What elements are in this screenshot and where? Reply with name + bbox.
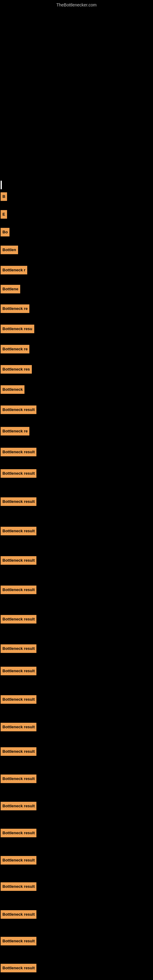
bottleneck-result-21: Bottleneck result	[1, 644, 37, 653]
site-title: TheBottlenecker.com	[56, 2, 97, 7]
bottleneck-result-7: Bottleneck re	[1, 304, 29, 313]
bottleneck-result-19: Bottleneck result	[1, 585, 37, 594]
bottleneck-result-3: Bo	[1, 228, 10, 236]
bottleneck-result-33: Bottleneck result	[1, 964, 37, 972]
bottleneck-result-22: Bottleneck result	[1, 667, 37, 675]
bottleneck-result-16: Bottleneck result	[1, 497, 37, 506]
bottleneck-result-17: Bottleneck result	[1, 527, 37, 535]
bottleneck-result-31: Bottleneck result	[1, 910, 37, 919]
bottleneck-result-24: Bottleneck result	[1, 723, 37, 731]
bottleneck-result-29: Bottleneck result	[1, 856, 37, 865]
bottleneck-result-11: Bottleneck	[1, 385, 24, 394]
bottleneck-result-9: Bottleneck re	[1, 345, 29, 353]
bottleneck-result-15: Bottleneck result	[1, 469, 37, 478]
bottleneck-result-32: Bottleneck result	[1, 937, 37, 945]
bottleneck-result-6: Bottlene	[1, 285, 20, 293]
bottleneck-result-5: Bottleneck r	[1, 266, 27, 274]
bottleneck-result-8: Bottleneck resu	[1, 325, 34, 333]
bottleneck-result-27: Bottleneck result	[1, 802, 37, 810]
bottleneck-result-18: Bottleneck result	[1, 556, 37, 565]
bottleneck-result-30: Bottleneck result	[1, 882, 37, 891]
bottleneck-result-23: Bottleneck result	[1, 695, 37, 704]
bottleneck-result-4: Bottlen	[1, 246, 18, 254]
bottleneck-result-12: Bottleneck result	[1, 406, 37, 414]
bottleneck-result-1: B	[1, 192, 7, 201]
bottleneck-result-26: Bottleneck result	[1, 775, 37, 783]
bottleneck-result-13: Bottleneck re	[1, 427, 29, 436]
bottleneck-result-20: Bottleneck result	[1, 615, 37, 624]
bottleneck-result-2: E	[1, 210, 7, 219]
bottleneck-result-10: Bottleneck res	[1, 365, 32, 374]
bottleneck-result-14: Bottleneck result	[1, 448, 37, 456]
bottleneck-result-25: Bottleneck result	[1, 747, 37, 756]
bottleneck-result-28: Bottleneck result	[1, 829, 37, 837]
cursor-bar	[1, 181, 2, 189]
